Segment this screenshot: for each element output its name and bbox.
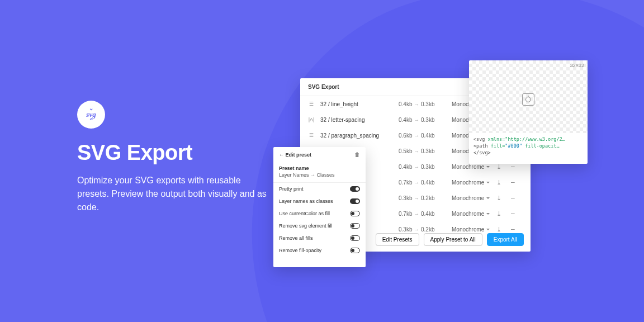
hero-title: SVG Export [77,141,267,165]
preset-name-label: Preset name [273,162,366,172]
size-delta: 0.3kb → 0.2kb [399,195,446,201]
preset-dropdown[interactable]: Monochrome [452,195,491,201]
download-icon[interactable]: ⤓ [496,179,505,186]
layer-name: 32 / paragraph_spacing [320,132,393,139]
remove-icon[interactable]: – [511,194,517,202]
chevron-up-icon: ⌃ [89,119,93,123]
preset-dropdown[interactable]: Monochrome [452,179,491,186]
size-delta: 0.6kb → 0.4kb [399,132,446,139]
layer-name: 32 / letter-spacing [320,117,393,123]
preset-option: Layer names as classes [273,195,366,207]
preset-dropdown[interactable]: Monochrome [452,164,491,170]
hero-subtitle: Optimize your SVG exports with reusable … [77,174,267,214]
apply-preset-all-button[interactable]: Apply Preset to All [424,233,482,246]
download-icon[interactable]: ⤓ [496,163,505,171]
footer-buttons: Edit Presets Apply Preset to All Export … [376,233,524,246]
option-label: Use currentColor as fill [279,211,330,216]
option-label: Layer names as classes [279,198,333,204]
preset-option: Remove fill-opacity [273,244,366,257]
back-button[interactable]: ← Edit preset [279,152,311,158]
option-label: Remove all fills [279,235,313,241]
paragraph-spacing-icon: ☰ [308,132,315,139]
preset-option: Pretty print [273,183,366,195]
code-preview: <svg xmlns="http://www.w3.org/2… <path f… [469,133,588,160]
remove-icon[interactable]: – [511,178,517,186]
preset-option: Use currentColor as fill [273,207,366,220]
letter-spacing-icon: |A| [308,116,315,123]
edit-presets-button[interactable]: Edit Presets [376,233,419,246]
size-delta: 0.7kb → 0.4kb [399,211,446,217]
toggle[interactable] [350,235,360,241]
download-icon[interactable]: ⤓ [496,210,505,217]
edit-preset-panel: ← Edit preset 🗑 Preset name Layer Names … [273,147,366,267]
preview-dimensions: 32×32 [570,63,584,68]
preview-panel: 32×32 <svg xmlns="http://www.w3.org/2… <… [469,60,588,164]
download-icon[interactable]: ⤓ [496,195,505,202]
trash-icon[interactable]: 🗑 [354,151,360,158]
preset-name-value[interactable]: Layer Names → Classes [273,172,366,183]
remove-icon[interactable]: – [511,210,517,217]
option-label: Pretty print [279,186,304,192]
toggle[interactable] [350,223,360,229]
download-icon[interactable]: ⤓ [496,226,505,233]
layer-name: 32 / line_height [320,101,393,107]
size-delta: 0.4kb → 0.3kb [399,117,446,123]
toggle[interactable] [350,198,360,204]
size-delta: 0.5kb → 0.3kb [399,148,446,154]
size-delta: 0.4kb → 0.3kb [399,101,446,107]
preset-dropdown[interactable]: Monochrome [452,211,491,217]
toggle[interactable] [350,248,360,253]
timer-icon [522,93,534,106]
hero-section: ⌄ svg ⌃ SVG Export Optimize your SVG exp… [77,101,267,214]
preview-canvas: 32×32 [469,60,588,133]
remove-icon[interactable]: – [511,225,517,233]
preset-option: Remove all fills [273,232,366,244]
toggle[interactable] [350,211,360,216]
option-label: Remove svg element fill [279,223,333,229]
option-label: Remove fill-opacity [279,248,321,253]
export-all-button[interactable]: Export All [487,233,524,246]
size-delta: 0.7kb → 0.4kb [399,179,446,186]
line-height-icon: ☰ [308,101,315,107]
preset-option: Remove svg element fill [273,220,366,232]
toggle[interactable] [350,186,360,192]
logo-badge: ⌄ svg ⌃ [77,101,105,129]
size-delta: 0.3kb → 0.2kb [399,226,446,233]
preset-dropdown[interactable]: Monochrome [452,226,491,233]
size-delta: 0.4kb → 0.3kb [399,164,446,170]
remove-icon[interactable]: – [511,163,517,171]
